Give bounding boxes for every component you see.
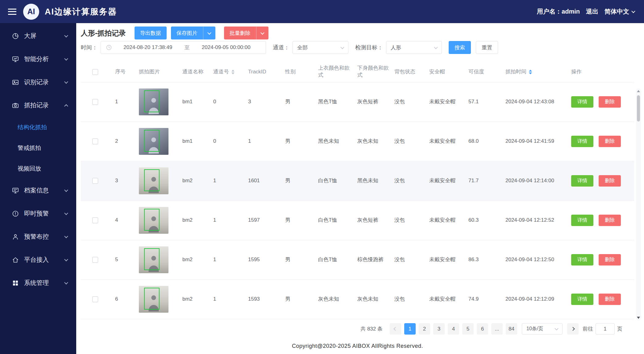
sidebar-item-capture-records[interactable]: 抓拍记录 bbox=[0, 94, 76, 117]
page-size-select[interactable]: 10条/页 bbox=[522, 323, 563, 335]
sort-capture-time[interactable] bbox=[529, 70, 532, 74]
scroll-up-arrow[interactable] bbox=[637, 90, 640, 92]
col-header-bag-status: 背包状态 bbox=[389, 68, 424, 76]
snapshot-image[interactable] bbox=[139, 286, 168, 313]
detect-target-select[interactable]: 人形 bbox=[386, 41, 442, 54]
goto-page-input[interactable] bbox=[596, 323, 615, 335]
batch-delete-split-button: 批量删除 bbox=[224, 27, 268, 39]
cell-channel-no: 1 bbox=[208, 296, 243, 303]
date-range-input[interactable]: 2024-08-20 17:38:49 至 2024-09-05 00:00:0… bbox=[101, 41, 266, 54]
page-button[interactable]: 5 bbox=[462, 323, 474, 335]
sort-channel-no[interactable] bbox=[231, 70, 235, 74]
row-checkbox[interactable] bbox=[92, 257, 98, 263]
delete-button[interactable]: 删除 bbox=[599, 136, 621, 147]
page-header: 人形-抓拍记录 导出数据 保存图片 批量删除 bbox=[81, 23, 634, 40]
sidebar-item-realtime-alert[interactable]: 即时预警 bbox=[0, 202, 76, 225]
page-button[interactable]: 3 bbox=[433, 323, 445, 335]
delete-button[interactable]: 删除 bbox=[599, 96, 621, 108]
chevron-down-icon bbox=[64, 57, 68, 61]
next-page-button[interactable] bbox=[567, 323, 579, 335]
page-button[interactable]: 1 bbox=[404, 323, 416, 335]
row-checkbox[interactable] bbox=[92, 138, 98, 144]
cell-top-style: 灰色未知 bbox=[313, 296, 352, 303]
chevron-down-icon bbox=[64, 234, 68, 238]
delete-button[interactable]: 删除 bbox=[599, 254, 621, 266]
delete-button[interactable]: 删除 bbox=[599, 215, 621, 226]
sidebar-item-platform-access[interactable]: 平台接入 bbox=[0, 248, 76, 271]
menu-toggle-icon[interactable] bbox=[8, 9, 16, 15]
detail-button[interactable]: 详情 bbox=[571, 294, 593, 305]
cell-bag-status: 没包 bbox=[389, 138, 424, 145]
row-checkbox[interactable] bbox=[92, 217, 98, 223]
cell-top-style: 黑色未知 bbox=[313, 138, 352, 145]
detail-button[interactable]: 详情 bbox=[571, 175, 593, 187]
channel-select[interactable]: 全部 bbox=[293, 41, 348, 54]
sidebar-item-analysis[interactable]: 智能分析 bbox=[0, 47, 76, 71]
table-scrollbar[interactable] bbox=[636, 88, 641, 320]
save-image-dropdown-button[interactable] bbox=[203, 27, 215, 39]
row-checkbox[interactable] bbox=[92, 99, 98, 105]
page-button[interactable]: 2 bbox=[419, 323, 430, 335]
chevron-down-icon bbox=[631, 9, 635, 13]
cell-actions: 详情 删除 bbox=[566, 136, 634, 147]
reset-button[interactable]: 重置 bbox=[476, 41, 498, 54]
page-button[interactable]: 4 bbox=[448, 323, 459, 335]
chevron-down-icon bbox=[64, 80, 68, 84]
export-data-button[interactable]: 导出数据 bbox=[135, 27, 167, 39]
cell-bag-status: 没包 bbox=[389, 98, 424, 105]
main-content: 人形-抓拍记录 导出数据 保存图片 批量删除 时间： 2024-08-20 17… bbox=[76, 23, 644, 354]
col-header-actions: 操作 bbox=[566, 68, 634, 76]
search-button[interactable]: 搜索 bbox=[449, 41, 471, 54]
detail-button[interactable]: 详情 bbox=[571, 215, 593, 226]
page-button[interactable]: ... bbox=[491, 323, 503, 335]
save-image-button[interactable]: 保存图片 bbox=[171, 27, 203, 39]
cell-top-style: 白色T恤 bbox=[313, 177, 352, 184]
cell-channel-no: 0 bbox=[208, 138, 243, 145]
row-checkbox[interactable] bbox=[92, 178, 98, 184]
sidebar-item-dashboard[interactable]: 大屏 bbox=[0, 24, 76, 47]
cell-index: 5 bbox=[110, 256, 136, 263]
delete-button[interactable]: 删除 bbox=[599, 294, 621, 305]
snapshot-image[interactable] bbox=[139, 88, 168, 115]
alert-icon bbox=[12, 210, 19, 217]
delete-button[interactable]: 删除 bbox=[599, 175, 621, 187]
row-checkbox[interactable] bbox=[92, 296, 98, 302]
batch-delete-button[interactable]: 批量删除 bbox=[224, 27, 256, 39]
scroll-down-arrow[interactable] bbox=[637, 317, 640, 319]
language-selector[interactable]: 简体中文 bbox=[605, 7, 635, 16]
cell-actions: 详情 删除 bbox=[566, 215, 634, 226]
sidebar: 大屏 智能分析 识别记录 抓拍记录 结构化抓拍 警戒抓拍 视频回放 bbox=[0, 23, 76, 354]
cell-confidence: 74.9 bbox=[463, 296, 500, 303]
batch-delete-dropdown-button[interactable] bbox=[256, 27, 268, 39]
sidebar-item-archive-info[interactable]: 档案信息 bbox=[0, 179, 76, 202]
archive-icon bbox=[12, 187, 19, 194]
sidebar-subitem-structured-capture[interactable]: 结构化抓拍 bbox=[0, 117, 76, 138]
col-header-gender: 性别 bbox=[280, 68, 313, 76]
snapshot-image[interactable] bbox=[139, 167, 168, 194]
sidebar-subitem-video-playback[interactable]: 视频回放 bbox=[0, 158, 76, 179]
sidebar-item-label: 系统管理 bbox=[24, 279, 65, 287]
chevron-down-icon bbox=[64, 188, 68, 192]
sidebar-subitem-alert-capture[interactable]: 警戒抓拍 bbox=[0, 138, 76, 158]
scrollbar-thumb[interactable] bbox=[637, 95, 640, 121]
snapshot-image[interactable] bbox=[139, 128, 168, 155]
prev-page-button[interactable] bbox=[390, 323, 401, 335]
chevron-up-icon bbox=[64, 104, 68, 108]
table-row: 5 bm2 1 1595 男 白色T恤 bbox=[81, 240, 634, 280]
detail-button[interactable]: 详情 bbox=[571, 96, 593, 108]
sidebar-item-recognition-records[interactable]: 识别记录 bbox=[0, 71, 76, 94]
snapshot-image[interactable] bbox=[139, 246, 168, 273]
detail-button[interactable]: 详情 bbox=[571, 136, 593, 147]
cell-confidence: 60.3 bbox=[463, 217, 500, 224]
chevron-down-icon bbox=[64, 211, 68, 215]
sidebar-item-alert-deployment[interactable]: 预警布控 bbox=[0, 225, 76, 248]
page-button[interactable]: 84 bbox=[506, 323, 517, 335]
layout: 大屏 智能分析 识别记录 抓拍记录 结构化抓拍 警戒抓拍 视频回放 bbox=[0, 23, 644, 354]
select-all-checkbox[interactable] bbox=[92, 69, 98, 75]
logout-link[interactable]: 退出 bbox=[586, 7, 598, 16]
user-icon bbox=[12, 233, 19, 241]
sidebar-item-system-management[interactable]: 系统管理 bbox=[0, 271, 76, 294]
detail-button[interactable]: 详情 bbox=[571, 254, 593, 266]
page-button[interactable]: 6 bbox=[477, 323, 488, 335]
snapshot-image[interactable] bbox=[139, 207, 168, 234]
